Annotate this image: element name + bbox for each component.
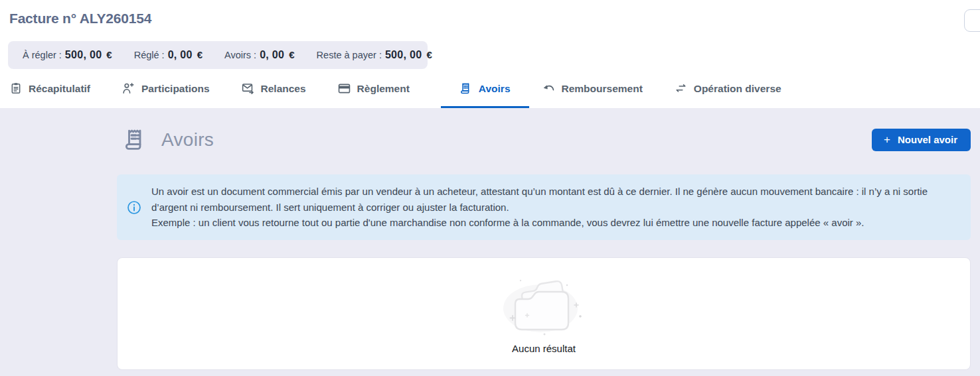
euro-sign: € <box>106 49 112 60</box>
summary-paid: Réglé : 0, 00 € <box>134 49 203 61</box>
page-title: Facture n° ALY260154 <box>9 11 980 27</box>
avoirs-panel: Avoirs + Nouvel avoir Un avoir est un do… <box>0 108 980 376</box>
euro-sign: € <box>197 49 203 60</box>
new-credit-note-label: Nouvel avoir <box>898 134 957 145</box>
clipboard-icon <box>9 82 23 95</box>
receipt-icon <box>123 127 148 153</box>
tab-recapitulatif[interactable]: Récapitulatif <box>9 69 90 108</box>
empty-state-label: Aucun résultat <box>512 343 576 354</box>
section-header: Avoirs + Nouvel avoir <box>117 125 971 155</box>
info-text: Un avoir est un document commercial émis… <box>151 184 955 231</box>
tab-label: Participations <box>141 83 210 95</box>
page-header: Facture n° ALY260154 <box>0 0 980 41</box>
tab-reglement[interactable]: Règlement <box>337 69 410 108</box>
tab-label: Récapitulatif <box>29 83 90 95</box>
credit-card-icon <box>337 82 351 95</box>
summary-to-pay: À régler : 500, 00 € <box>23 49 112 61</box>
empty-folder-illustration <box>498 274 590 338</box>
tab-operation-diverse[interactable]: Opération diverse <box>674 69 781 108</box>
tab-label: Relances <box>261 83 306 95</box>
tab-label: Opération diverse <box>694 83 781 95</box>
corner-button[interactable] <box>964 9 980 32</box>
credit-note-info-box: Un avoir est un document commercial émis… <box>117 174 971 240</box>
invoice-summary-bar: À régler : 500, 00 € Réglé : 0, 00 € Avo… <box>8 41 428 69</box>
results-card: Aucun résultat <box>117 257 971 370</box>
new-credit-note-button[interactable]: + Nouvel avoir <box>872 129 971 151</box>
info-icon <box>127 200 141 215</box>
tab-remboursement[interactable]: Remboursement <box>542 69 643 108</box>
section-title: Avoirs <box>161 129 214 151</box>
euro-sign: € <box>289 49 294 60</box>
plus-icon: + <box>884 134 890 145</box>
swap-arrows-icon <box>674 82 688 95</box>
tab-bar: Récapitulatif Participations Relances <box>0 69 980 108</box>
euro-sign: € <box>426 49 432 60</box>
tab-label: Remboursement <box>562 83 643 95</box>
mail-arrow-icon <box>241 82 255 95</box>
tab-avoirs[interactable]: Avoirs <box>441 69 529 108</box>
tab-label: Avoirs <box>479 83 511 95</box>
undo-arrow-icon <box>542 82 556 95</box>
tab-relances[interactable]: Relances <box>241 69 306 108</box>
info-paragraph-2: Exemple : un client vous retourne tout o… <box>151 215 955 231</box>
info-paragraph-1: Un avoir est un document commercial émis… <box>151 184 955 215</box>
tab-label: Règlement <box>357 83 410 95</box>
summary-credits: Avoirs : 0, 00 € <box>224 49 295 61</box>
receipt-icon <box>459 82 473 95</box>
person-plus-icon <box>122 82 135 95</box>
tab-participations[interactable]: Participations <box>122 69 210 108</box>
summary-remaining: Reste à payer : 500, 00 € <box>317 49 432 61</box>
